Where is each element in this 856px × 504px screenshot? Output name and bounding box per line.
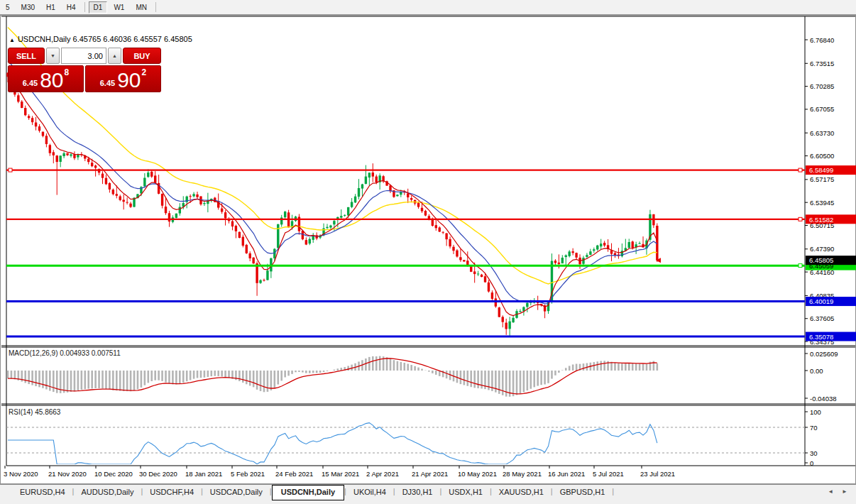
macd-label: MACD(12,26,9) 0.004933 0.007511 xyxy=(9,349,121,357)
price-tick: 6.37605 xyxy=(810,314,834,322)
date-label: 2 Apr 2021 xyxy=(366,470,399,478)
sell-price-big: 80 xyxy=(40,70,63,91)
rsi-value: 45.8663 xyxy=(35,408,60,416)
date-label: 5 Jul 2021 xyxy=(593,470,624,478)
current-price-badge-text: 6.45805 xyxy=(809,256,833,264)
chevron-down-icon: ▼ xyxy=(50,53,55,58)
date-label: 24 Feb 2021 xyxy=(275,470,313,478)
timeframe-h4[interactable]: H4 xyxy=(62,1,81,13)
price-tick: 6.73515 xyxy=(810,60,834,67)
macd-histogram xyxy=(8,356,657,397)
rsi-label: RSI(14) 45.8663 xyxy=(9,408,60,416)
macd-values: 0.004933 0.007511 xyxy=(60,349,120,357)
hline-handle[interactable] xyxy=(799,168,802,172)
rsi-line xyxy=(8,423,657,464)
date-label: 28 May 2021 xyxy=(503,470,542,478)
price-tick: 6.67055 xyxy=(810,105,834,113)
hline-handle[interactable] xyxy=(799,217,802,221)
chevron-up-icon: ▲ xyxy=(112,53,117,58)
timeframe-5[interactable]: 5 xyxy=(1,1,15,13)
date-label: 5 Feb 2021 xyxy=(231,470,265,478)
tab-scroll-left-icon[interactable]: ◄ xyxy=(828,488,833,495)
price-tick: 6.63730 xyxy=(810,129,834,137)
chart-tab-eurusd-h4[interactable]: EURUSD,H4 xyxy=(13,486,72,499)
date-label: 18 Jan 2021 xyxy=(185,470,222,478)
buy-price-panel[interactable]: 6.45 90 2 xyxy=(85,65,161,92)
date-label: 16 Jun 2021 xyxy=(548,470,585,478)
chart-tab-gbpusd-h1[interactable]: GBPUSD,H1 xyxy=(553,486,613,499)
price-badge-6.35078-text: 6.35078 xyxy=(809,333,833,341)
price-tick: 6.47390 xyxy=(810,245,834,253)
buy-button[interactable]: BUY xyxy=(123,48,161,64)
one-click-trading-panel: SELL ▼ ▲ BUY 6.45 80 8 6.45 90 xyxy=(8,48,161,92)
sell-price-prefix: 6.45 xyxy=(23,79,38,87)
hline-handle[interactable] xyxy=(799,264,802,268)
date-label: 23 Jul 2021 xyxy=(640,470,675,478)
collapse-icon[interactable]: ▲ xyxy=(9,37,15,43)
volume-increase-button[interactable]: ▲ xyxy=(108,48,121,64)
rsi-tick: 100 xyxy=(810,408,821,416)
tab-separator: | xyxy=(612,487,614,495)
rsi-tick: 70 xyxy=(810,424,818,432)
toolbar-separator xyxy=(84,2,85,12)
price-tick: 6.53945 xyxy=(810,199,834,207)
volume-decrease-button[interactable]: ▼ xyxy=(46,48,60,64)
chart-tab-usdcad-daily[interactable]: USDCAD,Daily xyxy=(203,486,270,499)
chart-header: ▲USDCNH,Daily 6.45765 6.46036 6.45557 6.… xyxy=(9,35,192,43)
chart-ohlc: 6.45765 6.46036 6.45557 6.45805 xyxy=(73,35,192,43)
candles xyxy=(6,72,658,336)
terminal-window: 5M30H1H4D1W1MN 6.768406.735156.702856.67… xyxy=(0,0,856,504)
chart-tab-usdx-h1[interactable]: USDX,H1 xyxy=(441,486,490,499)
timeframe-h1[interactable]: H1 xyxy=(41,1,60,13)
price-badge-6.51582-text: 6.51582 xyxy=(809,216,833,224)
price-badge-6.40019-text: 6.40019 xyxy=(809,297,833,305)
buy-price-sup: 2 xyxy=(142,67,147,77)
date-label: 10 May 2021 xyxy=(458,470,497,478)
timeframe-w1[interactable]: W1 xyxy=(109,1,129,13)
chart-tab-xauusd-h1[interactable]: XAUUSD,H1 xyxy=(492,486,551,499)
rsi-tick: 30 xyxy=(810,449,818,457)
macd-tick: 0.025609 xyxy=(810,350,838,358)
date-label: 3 Nov 2020 xyxy=(4,470,38,478)
macd-title: MACD(12,26,9) xyxy=(9,349,57,357)
price-tick: 6.70285 xyxy=(810,82,834,90)
date-label: 10 Dec 2020 xyxy=(94,470,133,478)
price-tick: 6.60500 xyxy=(810,152,834,160)
chart-tabs-bar: EURUSD,H4|AUDUSD,Daily|USDCHF,H4|USDCAD,… xyxy=(0,484,856,504)
timeframe-d1[interactable]: D1 xyxy=(89,1,108,13)
timeframe-toolbar: 5M30H1H4D1W1MN xyxy=(0,0,856,15)
chart-tab-usdcnh-daily[interactable]: USDCNH,Daily xyxy=(272,485,344,500)
price-tick: 6.57175 xyxy=(810,175,834,183)
chart-tab-usdchf-h4[interactable]: USDCHF,H4 xyxy=(143,486,201,499)
chart-symbol: USDCNH,Daily xyxy=(18,35,71,43)
date-label: 21 Nov 2020 xyxy=(48,470,87,478)
chart-window: 6.768406.735156.702856.670556.637306.605… xyxy=(0,15,856,484)
chart-tab-audusd-daily[interactable]: AUDUSD,Daily xyxy=(74,486,141,499)
macd-tick: 0.00 xyxy=(810,367,823,375)
rsi-tick: 0 xyxy=(810,459,813,467)
volume-input[interactable] xyxy=(61,48,106,64)
date-label: 21 Apr 2021 xyxy=(412,470,448,478)
timeframe-m30[interactable]: M30 xyxy=(16,1,40,13)
toolbar-separator xyxy=(155,2,156,12)
buy-price-big: 90 xyxy=(117,70,141,91)
tab-scroll-right-icon[interactable]: ► xyxy=(842,488,847,495)
sell-price-sup: 8 xyxy=(65,67,70,77)
chart-tab-ukoil-h4[interactable]: UKOil,H4 xyxy=(346,486,393,499)
chart-tab-dj30-h1[interactable]: DJ30,H1 xyxy=(395,486,440,499)
date-label: 30 Dec 2020 xyxy=(139,470,177,478)
sell-price-panel[interactable]: 6.45 80 8 xyxy=(8,65,84,92)
timeframe-mn[interactable]: MN xyxy=(131,1,152,13)
buy-price-prefix: 6.45 xyxy=(100,79,115,87)
sell-button[interactable]: SELL xyxy=(8,48,45,64)
tab-scroll-arrows: ◄► xyxy=(828,488,847,495)
date-label: 15 Mar 2021 xyxy=(322,470,359,478)
macd-tick: -0.04038 xyxy=(810,395,837,402)
price-badge-6.58499-text: 6.58499 xyxy=(809,166,833,174)
price-tick: 6.76840 xyxy=(810,36,834,44)
rsi-title: RSI(14) xyxy=(9,408,33,416)
hline-handle[interactable] xyxy=(9,168,12,172)
